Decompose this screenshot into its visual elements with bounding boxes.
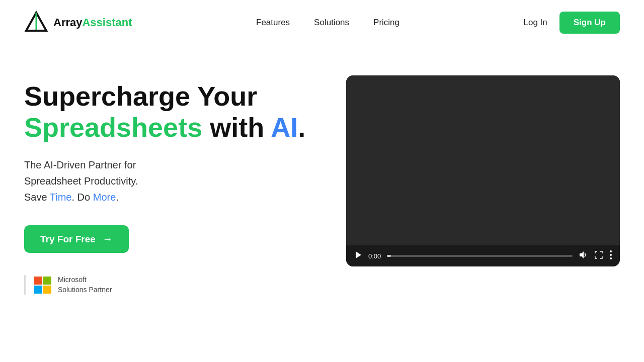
svg-marker-7 xyxy=(356,251,361,258)
more-link[interactable]: More xyxy=(93,192,116,203)
microsoft-text: Microsoft Solutions Partner xyxy=(58,275,112,295)
video-progress-fill xyxy=(387,255,390,257)
svg-rect-3 xyxy=(34,277,42,285)
hero-heading: Supercharge Your Spreadsheets with AI. xyxy=(24,80,316,143)
svg-rect-5 xyxy=(34,286,42,294)
svg-point-9 xyxy=(610,250,612,252)
navbar-nav: Features Solutions Pricing xyxy=(256,18,399,28)
video-right-controls xyxy=(579,250,612,261)
heading-spreadsheets: Spreadsheets xyxy=(24,112,202,142)
try-for-free-label: Try For Free xyxy=(40,234,96,245)
hero-left: Supercharge Your Spreadsheets with AI. T… xyxy=(24,75,316,295)
logo-icon xyxy=(24,11,48,35)
nav-item-features[interactable]: Features xyxy=(256,18,290,28)
navbar: ArrayAssistant Features Solutions Pricin… xyxy=(0,0,644,45)
navbar-actions: Log In Sign Up xyxy=(524,12,620,34)
video-progress-bar[interactable] xyxy=(387,255,573,257)
nav-item-pricing[interactable]: Pricing xyxy=(373,18,399,28)
svg-point-11 xyxy=(610,257,612,259)
svg-rect-4 xyxy=(43,277,51,285)
heading-with: with xyxy=(202,112,271,142)
login-button[interactable]: Log In xyxy=(524,18,547,28)
svg-rect-6 xyxy=(43,286,51,294)
hero-subtext: The AI-Driven Partner forSpreadsheet Pro… xyxy=(24,157,316,205)
signup-button[interactable]: Sign Up xyxy=(559,12,620,34)
nav-item-solutions[interactable]: Solutions xyxy=(314,18,349,28)
video-controls: 0:00 xyxy=(346,245,620,266)
arrow-icon: → xyxy=(103,233,113,245)
nav-link-pricing[interactable]: Pricing xyxy=(373,18,399,27)
nav-link-features[interactable]: Features xyxy=(256,18,290,27)
video-play-button[interactable] xyxy=(354,251,362,261)
heading-dot: . xyxy=(298,112,305,142)
logo[interactable]: ArrayAssistant xyxy=(24,11,132,35)
logo-text: ArrayAssistant xyxy=(53,16,132,29)
video-time: 0:00 xyxy=(368,252,381,260)
video-volume-button[interactable] xyxy=(579,250,588,261)
heading-line1: Supercharge Your xyxy=(24,81,257,111)
hero-section: Supercharge Your Spreadsheets with AI. T… xyxy=(0,45,644,295)
time-link[interactable]: Time xyxy=(50,192,72,203)
nav-link-solutions[interactable]: Solutions xyxy=(314,18,349,27)
microsoft-partner: Solutions Partner xyxy=(58,285,112,295)
microsoft-name: Microsoft xyxy=(58,275,112,285)
microsoft-badge: Microsoft Solutions Partner xyxy=(24,275,316,295)
video-body xyxy=(346,75,620,245)
microsoft-logo-icon xyxy=(34,276,52,294)
hero-video: 0:00 xyxy=(346,75,620,266)
svg-point-10 xyxy=(610,254,612,256)
video-fullscreen-button[interactable] xyxy=(595,251,603,261)
try-for-free-button[interactable]: Try For Free → xyxy=(24,225,129,253)
video-more-button[interactable] xyxy=(610,250,612,261)
svg-marker-8 xyxy=(580,251,584,258)
heading-ai: AI xyxy=(271,112,298,142)
